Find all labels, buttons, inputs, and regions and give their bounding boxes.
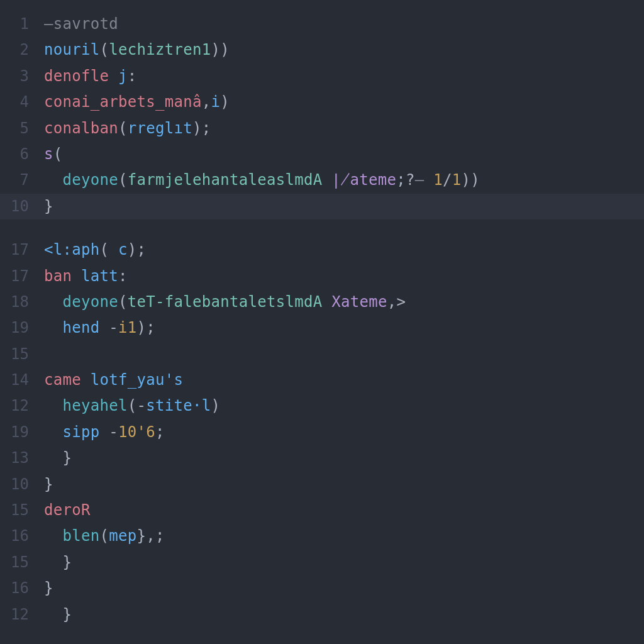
token: }: [44, 579, 53, 597]
code-content[interactable]: conalban(rreglıt);: [44, 116, 644, 142]
code-content[interactable]: denofle j:: [44, 64, 644, 89]
line-number: 7: [0, 167, 44, 193]
token: lechiztren1: [109, 41, 211, 58]
token: }: [44, 475, 53, 493]
code-content[interactable]: deroR: [44, 497, 644, 523]
code-content[interactable]: heyahel(-stite·l): [44, 393, 644, 419]
code-content[interactable]: }: [44, 472, 644, 497]
code-line[interactable]: 15deroR: [0, 497, 644, 523]
code-content[interactable]: conai_arbets_manâ,i): [44, 89, 644, 115]
token: stite·l: [146, 397, 211, 414]
code-line[interactable]: 7 deyone(farmjelehantaleaslmdA ∤ateme;?–…: [0, 167, 644, 193]
code-line[interactable]: 18 deyone(teT-falebantaletslmdA Xateme,>: [0, 289, 644, 315]
code-line[interactable]: 1–savrotd: [0, 11, 644, 37]
line-number: 12: [0, 602, 44, 628]
token: c: [118, 241, 128, 258]
token: denofle: [44, 67, 109, 85]
code-line[interactable]: 13 }: [0, 445, 644, 471]
token: heyahel: [63, 397, 128, 414]
token: )): [461, 171, 480, 189]
line-number: 10: [0, 472, 44, 497]
code-line[interactable]: 5conalban(rreglıt);: [0, 116, 644, 142]
code-content[interactable]: nouril(lechiztren1)): [44, 37, 644, 63]
token: came: [44, 371, 81, 389]
token: }: [44, 606, 72, 623]
code-editor[interactable]: 1–savrotd2nouril(lechiztren1))3denofle j…: [0, 0, 644, 628]
line-number: 19: [0, 315, 44, 341]
code-content[interactable]: }: [44, 602, 644, 628]
line-number: 15: [0, 550, 44, 575]
code-content[interactable]: }: [44, 445, 644, 471]
code-line[interactable]: 3denofle j:: [0, 64, 644, 89]
token: teT-falebantaletslmdA: [128, 293, 323, 311]
token: farmjelehantaleaslmdA: [128, 171, 323, 189]
token: (: [53, 145, 63, 163]
line-number: 2: [0, 37, 44, 63]
code-content[interactable]: ban latt:: [44, 264, 644, 289]
code-line[interactable]: 19 hend -i1);: [0, 315, 644, 341]
code-line[interactable]: 6s(: [0, 142, 644, 167]
code-line[interactable]: 15 }: [0, 550, 644, 575]
line-number: 18: [0, 289, 44, 315]
token: -: [100, 319, 119, 336]
code-content[interactable]: blen(mep},;: [44, 523, 644, 549]
line-number: 1: [0, 11, 44, 37]
token: nouril: [44, 41, 100, 58]
token: (-: [128, 397, 147, 414]
code-line[interactable]: 17<l:aph( c);: [0, 237, 644, 263]
code-content[interactable]: deyone(farmjelehantaleaslmdA ∤ateme;?– 1…: [44, 167, 644, 193]
token: );: [192, 119, 211, 137]
code-content[interactable]: came lotf_yau's: [44, 367, 644, 393]
token: [81, 371, 91, 389]
token: i1: [118, 319, 137, 336]
token: :: [118, 267, 128, 285]
code-content[interactable]: <l:aph( c);: [44, 237, 644, 263]
line-number: 15: [0, 497, 44, 523]
token: [44, 527, 63, 545]
line-number: 6: [0, 142, 44, 167]
token: /: [443, 171, 452, 189]
code-line[interactable]: 15: [0, 341, 644, 367]
code-line[interactable]: 16 blen(mep},;: [0, 523, 644, 549]
line-number: 14: [0, 367, 44, 393]
code-content[interactable]: }: [44, 194, 644, 219]
line-number: 12: [0, 393, 44, 419]
code-content[interactable]: }: [44, 550, 644, 575]
token: );: [128, 241, 147, 258]
token: –savrotd: [44, 15, 118, 33]
line-number: 17: [0, 264, 44, 289]
code-line[interactable]: 19 sipp -10'6;: [0, 419, 644, 445]
code-line[interactable]: 4conai_arbets_manâ,i): [0, 89, 644, 115]
code-line[interactable]: 17ban latt:: [0, 264, 644, 289]
token: blen: [63, 527, 100, 545]
line-number: 19: [0, 419, 44, 445]
token: [44, 293, 63, 311]
token: (: [100, 41, 109, 58]
code-line[interactable]: 14came lotf_yau's: [0, 367, 644, 393]
code-content[interactable]: deyone(teT-falebantaletslmdA Xateme,>: [44, 289, 644, 315]
token: },;: [137, 527, 165, 545]
code-line[interactable]: 10}: [0, 194, 644, 219]
code-line[interactable]: 16}: [0, 575, 644, 601]
token: ,>: [387, 293, 406, 311]
token: s: [44, 145, 53, 163]
token: <l:aph: [44, 241, 100, 258]
code-content[interactable]: hend -i1);: [44, 315, 644, 341]
code-content[interactable]: –savrotd: [44, 11, 644, 37]
code-line[interactable]: 2nouril(lechiztren1)): [0, 37, 644, 63]
token: [44, 397, 63, 414]
code-content[interactable]: sipp -10'6;: [44, 419, 644, 445]
token: lotf_yau's: [91, 371, 184, 389]
token: );: [137, 319, 156, 336]
code-content[interactable]: s(: [44, 142, 644, 167]
code-content[interactable]: }: [44, 575, 644, 601]
code-line[interactable]: 10}: [0, 472, 644, 497]
token: ,: [202, 93, 211, 111]
token: rreglıt: [128, 119, 192, 137]
token: }: [44, 553, 72, 571]
token: [322, 293, 331, 311]
code-line[interactable]: 12 }: [0, 602, 644, 628]
code-line[interactable]: 12 heyahel(-stite·l): [0, 393, 644, 419]
line-number: 13: [0, 445, 44, 471]
token: :: [128, 67, 137, 85]
